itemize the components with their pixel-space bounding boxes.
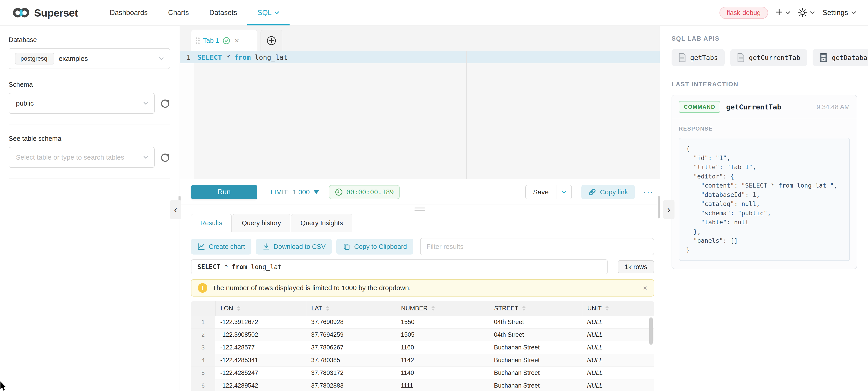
sql-keyword: from [235,53,251,61]
gettabs-button[interactable]: getTabs [672,49,725,66]
interaction-header: COMMAND getCurrentTab 9:34:48 AM [672,95,857,119]
editor-print-margin [466,51,467,179]
environment-badge: flask-debug [719,7,768,19]
table-row: 2 -122.3908502 37.7694259 1505 04th Stre… [191,328,654,341]
download-csv-button[interactable]: Download to CSV [256,239,332,255]
tab-results[interactable]: Results [191,214,231,232]
run-query-button[interactable]: Run [191,185,257,199]
command-name: getCurrentTab [726,103,781,111]
column-header-lat[interactable]: LAT [306,301,396,316]
link-icon [588,188,596,196]
results-section: Results Query history Query Insights Cre… [180,212,660,391]
save-options-caret[interactable] [556,185,571,199]
column-header-unit[interactable]: UNIT [582,301,654,316]
copy-icon [343,243,350,251]
plus-circle-icon [267,36,276,46]
line-number: 1 [180,53,194,61]
editor-gutter [180,63,194,179]
superset-logo[interactable]: Superset [12,0,78,26]
table-header-row: LON LAT NUMBER STREET UNIT [191,301,654,316]
save-button[interactable]: Save [526,185,556,199]
sql-editor[interactable]: 1 SELECT * from long_lat [180,51,660,180]
editor-tab[interactable]: Tab 1 × [191,30,257,51]
sqllab-left-sidebar: Database postgresql examples Schema publ… [0,26,179,391]
tab-query-history[interactable]: Query history [232,214,290,232]
query-preview: SELECT * from long_lat [191,259,608,274]
refresh-tables-icon[interactable] [160,152,170,162]
sort-icon [431,306,435,311]
drag-handle-icon[interactable] [196,37,199,44]
editor-code-line: 1 SELECT * from long_lat [180,51,660,63]
database-engine-badge: postgresql [15,53,54,64]
theme-toggle-button[interactable] [798,8,815,17]
refresh-schemas-icon[interactable] [160,98,170,108]
create-chart-button[interactable]: Create chart [191,239,251,255]
filter-results-input[interactable] [420,238,654,255]
chevron-down-icon [274,11,279,14]
caret-down-icon [313,190,319,194]
editor-toolbar: Run LIMIT: 1 000 00:00:00.189 Save [180,180,660,205]
settings-menu[interactable]: Settings [823,9,856,17]
document-icon [737,53,745,62]
query-elapsed-timer: 00:00:00.189 [329,185,400,199]
schema-select[interactable]: public [9,93,155,114]
column-header-number[interactable]: NUMBER [396,301,489,316]
nav-sql[interactable]: SQL [247,0,289,26]
column-header-lon[interactable]: LON [215,301,306,316]
nav-dashboards[interactable]: Dashboards [99,0,158,26]
row-number-header [191,301,215,316]
table-row: 3 -122.428577 37.7806267 1160 Buchanan S… [191,341,654,354]
query-preview-row: SELECT * from long_lat 1k rows [191,259,654,274]
column-header-street[interactable]: STREET [489,301,582,316]
results-table: LON LAT NUMBER STREET UNIT 1 -122.391267… [191,301,654,391]
more-actions-button[interactable]: ··· [643,188,654,196]
chevron-down-icon [143,102,148,105]
download-icon [262,243,270,251]
nav-datasets[interactable]: Datasets [199,0,247,26]
table-row: 5 -122.4285247 37.7803172 1140 Buchanan … [191,366,654,379]
save-split-button: Save [525,185,571,199]
mouse-cursor [0,382,7,391]
tab-query-insights[interactable]: Query Insights [291,214,352,232]
warning-icon: ! [198,283,207,293]
interaction-body: RESPONSE { "id": "1", "title": "Tab 1", … [672,119,857,269]
sidebar-divider [9,178,170,178]
chevron-down-icon [159,57,164,60]
collapse-right-panel-button[interactable]: › [663,200,675,219]
database-select[interactable]: postgresql examples [9,48,170,69]
card-file-box-icon [819,53,828,62]
collapse-left-panel-button[interactable]: ‹ [170,200,181,219]
resize-handle[interactable] [414,207,425,211]
schema-value: public [16,99,34,107]
close-tab-icon[interactable]: × [235,36,239,45]
sqllab-api-panel: SQL LAB APIS getTabs getCurrentTab getDa… [660,26,868,391]
sqllab-main: Tab 1 × 1 SELECT * from long_lat Run LIM… [180,26,660,391]
table-row: 6 -122.4289542 37.7802883 1111 Buchanan … [191,379,654,391]
right-scrollbar-thumb[interactable] [658,196,660,219]
api-buttons: getTabs getCurrentTab getDatabases [672,49,857,66]
database-value: examples [59,55,88,62]
dismiss-warning-icon[interactable]: × [643,284,647,292]
chevron-down-icon [810,11,815,14]
table-select[interactable]: Select table or type to search tables [9,147,155,168]
add-tab-button[interactable] [260,30,282,51]
superset-infinity-icon [12,7,30,19]
chevron-down-icon [143,156,148,159]
getcurrenttab-button[interactable]: getCurrentTab [730,49,807,66]
table-select-placeholder: Select table or type to search tables [16,154,124,161]
sql-keyword: SELECT [197,53,222,61]
table-body: 1 -122.3912672 37.7690928 1550 04th Stre… [191,316,654,391]
schema-label: Schema [9,81,170,88]
new-item-button[interactable]: + [776,7,790,18]
vscroll-thumb[interactable] [649,318,653,345]
results-tabs: Results Query history Query Insights [191,214,654,232]
response-json-box: { "id": "1", "title": "Tab 1", "editor":… [679,138,850,261]
getdatabases-button[interactable]: getDatabases [813,49,868,66]
copy-link-button[interactable]: Copy link [581,185,635,199]
limit-dropdown[interactable]: LIMIT: 1 000 [271,188,319,196]
copy-clipboard-button[interactable]: Copy to Clipboard [336,239,413,255]
response-label: RESPONSE [679,126,850,132]
plus-icon: + [776,6,783,18]
nav-charts[interactable]: Charts [158,0,199,26]
chevron-down-icon [785,11,790,14]
